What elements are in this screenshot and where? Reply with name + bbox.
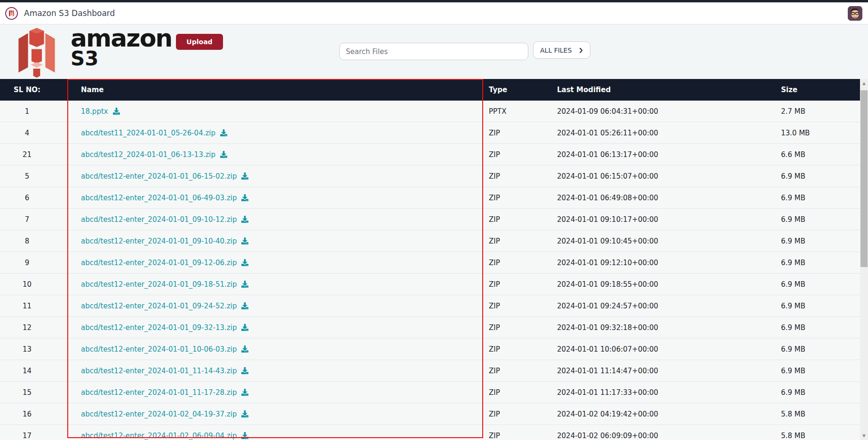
file-link[interactable]: abcd/test12_2024-01-01_06-13-13.zip bbox=[81, 150, 215, 159]
cell-type: ZIP bbox=[483, 432, 555, 440]
scrollbar-down-arrow-icon[interactable]: ▼ bbox=[860, 432, 868, 440]
cell-type: ZIP bbox=[483, 323, 555, 332]
brand-wordmark: amazon S3 bbox=[71, 27, 172, 68]
table-scrollbar[interactable]: ▲ ▼ bbox=[860, 79, 868, 440]
cell-last-modified: 2024-01-01 11:14:47+00:00 bbox=[555, 367, 776, 375]
download-icon[interactable] bbox=[241, 216, 248, 223]
download-icon[interactable] bbox=[241, 432, 248, 439]
scrollbar-thumb[interactable] bbox=[860, 90, 868, 267]
cell-type: ZIP bbox=[483, 129, 555, 137]
cell-name: abcd/test12_2024-01-01_06-13-13.zip bbox=[67, 150, 483, 159]
file-link[interactable]: abcd/test12-enter_2024-01-02_04-19-37.zi… bbox=[81, 410, 237, 418]
cell-size: 6.9 MB bbox=[776, 367, 860, 375]
file-type-filter-value: ALL FILES bbox=[540, 47, 572, 54]
cell-size: 13.0 MB bbox=[776, 129, 860, 137]
table-row: 7 abcd/test12-enter_2024-01-01_09-10-12.… bbox=[0, 209, 860, 230]
cell-last-modified: 2024-01-01 06:15:07+00:00 bbox=[555, 172, 776, 181]
cell-last-modified: 2024-01-01 10:06:07+00:00 bbox=[555, 345, 776, 354]
cell-type: ZIP bbox=[483, 237, 555, 245]
cell-sl-no: 12 bbox=[0, 323, 67, 332]
s3-bucket-icon bbox=[8, 10, 15, 17]
cell-last-modified: 2024-01-01 09:18:55+00:00 bbox=[555, 280, 776, 289]
file-link[interactable]: abcd/test12-enter_2024-01-01_09-10-40.zi… bbox=[81, 237, 237, 245]
file-link[interactable]: abcd/test12-enter_2024-01-01_10-06-03.zi… bbox=[81, 345, 237, 354]
file-link[interactable]: abcd/test12-enter_2024-01-01_11-17-28.zi… bbox=[81, 388, 237, 397]
file-link[interactable]: 18.pptx bbox=[81, 107, 108, 116]
cell-size: 6.9 MB bbox=[776, 302, 860, 310]
cell-last-modified: 2024-01-09 06:04:31+00:00 bbox=[555, 107, 776, 116]
file-link[interactable]: abcd/test12-enter_2024-01-01_09-12-06.zi… bbox=[81, 259, 237, 267]
file-link[interactable]: abcd/test12-enter_2024-01-01_06-49-03.zi… bbox=[81, 194, 237, 202]
download-icon[interactable] bbox=[241, 324, 248, 331]
cell-sl-no: 7 bbox=[0, 215, 67, 224]
cell-name: abcd/test12-enter_2024-01-01_10-06-03.zi… bbox=[67, 345, 483, 354]
table-header-row: SL NO: Name Type Last Modified Size bbox=[0, 79, 860, 101]
file-link[interactable]: abcd/test12-enter_2024-01-01_11-14-43.zi… bbox=[81, 367, 237, 375]
cell-size: 5.8 MB bbox=[776, 432, 860, 440]
file-link[interactable]: abcd/test12-enter_2024-01-01_06-15-02.zi… bbox=[81, 172, 237, 181]
download-icon[interactable] bbox=[241, 346, 248, 353]
table-row: 15 abcd/test12-enter_2024-01-01_11-17-28… bbox=[0, 382, 860, 403]
table-row: 17 abcd/test12-enter_2024-01-02_06-09-04… bbox=[0, 425, 860, 440]
cell-last-modified: 2024-01-01 05:26:11+00:00 bbox=[555, 129, 776, 137]
download-icon[interactable] bbox=[220, 129, 227, 136]
cell-type: ZIP bbox=[483, 172, 555, 181]
cell-size: 5.8 MB bbox=[776, 410, 860, 418]
upload-button[interactable]: Upload bbox=[176, 34, 223, 50]
scrollbar-up-arrow-icon[interactable]: ▲ bbox=[860, 79, 868, 87]
download-icon[interactable] bbox=[113, 108, 120, 115]
download-icon[interactable] bbox=[241, 410, 248, 417]
cell-sl-no: 14 bbox=[0, 367, 67, 375]
cell-sl-no: 21 bbox=[0, 150, 67, 159]
download-icon[interactable] bbox=[220, 151, 227, 158]
file-link[interactable]: abcd/test12-enter_2024-01-01_09-18-51.zi… bbox=[81, 280, 237, 289]
cell-last-modified: 2024-01-01 09:10:17+00:00 bbox=[555, 215, 776, 224]
avatar-face-icon bbox=[848, 6, 862, 21]
cell-sl-no: 17 bbox=[0, 432, 67, 440]
cell-last-modified: 2024-01-02 04:19:42+00:00 bbox=[555, 410, 776, 418]
download-icon[interactable] bbox=[241, 389, 248, 396]
cell-size: 6.9 MB bbox=[776, 280, 860, 289]
header-type: Type bbox=[483, 86, 555, 94]
download-icon[interactable] bbox=[241, 259, 248, 266]
table-row: 10 abcd/test12-enter_2024-01-01_09-18-51… bbox=[0, 274, 860, 295]
download-icon[interactable] bbox=[241, 367, 248, 374]
cell-name: abcd/test12-enter_2024-01-01_06-49-03.zi… bbox=[67, 194, 483, 202]
table-row: 14 abcd/test12-enter_2024-01-01_11-14-43… bbox=[0, 360, 860, 382]
table-row: 5 abcd/test12-enter_2024-01-01_06-15-02.… bbox=[0, 165, 860, 187]
cell-type: ZIP bbox=[483, 215, 555, 224]
cell-type: ZIP bbox=[483, 194, 555, 202]
brand-amazon-text: amazon bbox=[71, 27, 172, 50]
download-icon[interactable] bbox=[241, 302, 248, 309]
cell-type: ZIP bbox=[483, 367, 555, 375]
cell-type: PPTX bbox=[483, 107, 555, 116]
download-icon[interactable] bbox=[241, 194, 248, 201]
cell-name: abcd/test12-enter_2024-01-01_09-10-12.zi… bbox=[67, 215, 483, 224]
cell-name: abcd/test12-enter_2024-01-01_09-32-13.zi… bbox=[67, 323, 483, 332]
user-avatar[interactable] bbox=[848, 6, 862, 21]
file-link[interactable]: abcd/test12-enter_2024-01-02_06-09-04.zi… bbox=[81, 432, 237, 440]
cell-name: abcd/test12-enter_2024-01-02_06-09-04.zi… bbox=[67, 432, 483, 440]
cell-sl-no: 13 bbox=[0, 345, 67, 354]
file-link[interactable]: abcd/test12-enter_2024-01-01_09-10-12.zi… bbox=[81, 215, 237, 224]
top-bar: Amazon S3 Dashboard bbox=[0, 2, 868, 24]
cell-size: 6.9 MB bbox=[776, 323, 860, 332]
cell-sl-no: 5 bbox=[0, 172, 67, 181]
search-input[interactable] bbox=[339, 43, 528, 60]
download-icon[interactable] bbox=[241, 237, 248, 244]
download-icon[interactable] bbox=[241, 173, 248, 180]
header-section: amazon S3 Upload ALL FILES ❯ bbox=[0, 24, 868, 79]
cell-last-modified: 2024-01-02 06:09:09+00:00 bbox=[555, 432, 776, 440]
cell-size: 6.9 MB bbox=[776, 215, 860, 224]
file-link[interactable]: abcd/test11_2024-01-01_05-26-04.zip bbox=[81, 129, 215, 137]
cell-sl-no: 1 bbox=[0, 107, 67, 116]
cell-last-modified: 2024-01-01 09:10:45+00:00 bbox=[555, 237, 776, 245]
file-link[interactable]: abcd/test12-enter_2024-01-01_09-32-13.zi… bbox=[81, 323, 237, 332]
cell-type: ZIP bbox=[483, 259, 555, 267]
cell-sl-no: 11 bbox=[0, 302, 67, 310]
download-icon[interactable] bbox=[241, 281, 248, 288]
page-title: Amazon S3 Dashboard bbox=[24, 8, 115, 18]
file-type-filter[interactable]: ALL FILES ❯ bbox=[533, 41, 590, 59]
file-link[interactable]: abcd/test12-enter_2024-01-01_09-24-52.zi… bbox=[81, 302, 237, 310]
cell-name: abcd/test12-enter_2024-01-01_11-17-28.zi… bbox=[67, 388, 483, 397]
